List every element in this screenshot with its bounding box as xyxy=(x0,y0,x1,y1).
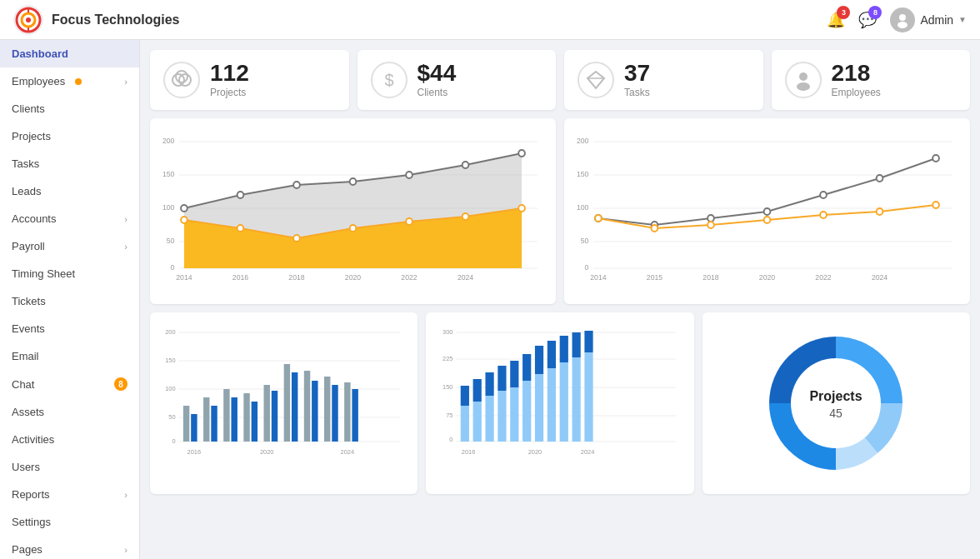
svg-text:2015: 2015 xyxy=(647,273,662,282)
topbar-title: Focus Technologies xyxy=(52,12,180,27)
svg-text:2024: 2024 xyxy=(341,448,355,456)
svg-point-71 xyxy=(932,202,939,208)
sidebar-item-payroll[interactable]: Payroll› xyxy=(0,232,139,260)
svg-rect-100 xyxy=(304,371,310,442)
area-chart-2: 200 150 100 50 0 xyxy=(564,118,970,304)
sidebar-item-label: Dashboard xyxy=(12,47,68,60)
svg-text:200: 200 xyxy=(162,137,175,145)
svg-text:2020: 2020 xyxy=(528,448,542,456)
bar-chart-2: 300 225 150 75 0 xyxy=(426,312,693,494)
donut-chart: Projects 45 xyxy=(702,312,970,494)
svg-rect-127 xyxy=(511,387,519,442)
stat-cards: 112 Projects $ $44 Clients 37 Tasks 218 … xyxy=(150,50,970,110)
admin-button[interactable]: Admin ▼ xyxy=(890,7,967,32)
svg-point-6 xyxy=(899,14,906,21)
sidebar-item-label: Users xyxy=(12,461,40,473)
sidebar-item-tasks[interactable]: Tasks xyxy=(0,150,139,177)
sidebar-item-assets[interactable]: Assets xyxy=(0,398,139,426)
sidebar-item-reports[interactable]: Reports› xyxy=(0,481,139,508)
chevron-right-icon: › xyxy=(124,545,128,555)
sidebar-item-label: Activities xyxy=(12,433,54,446)
svg-rect-93 xyxy=(231,397,237,442)
sidebar-item-activities[interactable]: Activities xyxy=(0,426,139,453)
svg-rect-119 xyxy=(461,406,469,442)
stat-label-projects: Projects xyxy=(210,87,249,98)
svg-point-69 xyxy=(820,212,827,218)
svg-rect-94 xyxy=(243,393,249,442)
svg-rect-90 xyxy=(203,397,209,442)
svg-text:150: 150 xyxy=(577,170,589,178)
stat-card-employees: 218 Employees xyxy=(772,50,971,110)
notifications-button[interactable]: 🔔 3 xyxy=(827,11,845,29)
chevron-right-icon: › xyxy=(124,214,128,224)
sidebar-item-tickets[interactable]: Tickets xyxy=(0,287,139,315)
sidebar-item-events[interactable]: Events xyxy=(0,315,139,342)
sidebar-item-label: Chat xyxy=(12,378,34,391)
employees-dot xyxy=(75,78,82,85)
svg-point-60 xyxy=(708,215,714,222)
sidebar-item-chat[interactable]: Chat8 xyxy=(0,370,139,398)
svg-rect-98 xyxy=(284,364,290,442)
svg-rect-131 xyxy=(535,374,543,442)
svg-rect-128 xyxy=(511,361,519,387)
svg-rect-139 xyxy=(585,352,593,442)
svg-text:2020: 2020 xyxy=(345,273,361,282)
sidebar-item-settings[interactable]: Settings xyxy=(0,508,139,536)
svg-point-65 xyxy=(595,215,602,222)
sidebar-item-pages[interactable]: Pages› xyxy=(0,536,139,559)
svg-rect-105 xyxy=(352,389,358,442)
sidebar-item-dashboard[interactable]: Dashboard xyxy=(0,40,139,67)
svg-rect-95 xyxy=(252,402,258,442)
svg-rect-129 xyxy=(522,381,531,442)
sidebar-item-label: Leads xyxy=(12,185,41,197)
svg-text:100: 100 xyxy=(165,385,175,392)
topbar-right: 🔔 3 💬 8 Admin ▼ xyxy=(827,7,967,32)
svg-point-36 xyxy=(238,225,244,232)
sidebar-item-label: Employees xyxy=(12,75,65,87)
sidebar-item-employees[interactable]: Employees› xyxy=(0,67,139,95)
svg-text:150: 150 xyxy=(442,383,452,391)
svg-text:0: 0 xyxy=(585,263,589,272)
stat-label-tasks: Tasks xyxy=(624,87,650,98)
svg-text:2016: 2016 xyxy=(188,448,202,456)
svg-point-28 xyxy=(181,205,188,212)
sidebar-item-leads[interactable]: Leads xyxy=(0,177,139,205)
sidebar-item-projects[interactable]: Projects xyxy=(0,122,139,150)
person-icon xyxy=(785,62,822,98)
sidebar-item-timing-sheet[interactable]: Timing Sheet xyxy=(0,260,139,287)
svg-point-34 xyxy=(518,150,525,157)
svg-point-38 xyxy=(350,225,357,232)
svg-point-67 xyxy=(708,222,714,228)
svg-text:2018: 2018 xyxy=(702,273,718,282)
svg-rect-140 xyxy=(585,331,593,352)
svg-rect-99 xyxy=(292,372,298,442)
sidebar-item-label: Settings xyxy=(12,516,51,528)
sidebar-item-label: Reports xyxy=(12,488,50,501)
svg-text:2024: 2024 xyxy=(581,448,595,456)
svg-text:2022: 2022 xyxy=(815,273,831,282)
dollar-icon: $ xyxy=(371,62,408,98)
svg-text:0: 0 xyxy=(450,436,453,443)
svg-rect-132 xyxy=(535,346,543,374)
sidebar-item-label: Pages xyxy=(12,543,42,556)
chevron-right-icon: › xyxy=(124,490,128,500)
sidebar-item-email[interactable]: Email xyxy=(0,342,139,370)
svg-rect-125 xyxy=(498,391,507,442)
stat-number-tasks: 37 xyxy=(624,62,650,85)
coins-icon xyxy=(163,62,200,98)
sidebar-item-label: Timing Sheet xyxy=(12,267,75,280)
logo-icon xyxy=(13,5,43,35)
svg-text:2018: 2018 xyxy=(288,273,304,282)
chevron-right-icon: › xyxy=(124,77,128,87)
svg-text:150: 150 xyxy=(165,357,175,364)
content-area: 112 Projects $ $44 Clients 37 Tasks 218 … xyxy=(140,40,980,559)
sidebar-item-users[interactable]: Users xyxy=(0,453,139,481)
svg-rect-91 xyxy=(211,406,217,442)
svg-rect-122 xyxy=(473,379,482,402)
svg-rect-130 xyxy=(522,354,531,381)
sidebar-item-clients[interactable]: Clients xyxy=(0,95,139,122)
messages-button[interactable]: 💬 8 xyxy=(858,11,877,29)
sidebar-item-accounts[interactable]: Accounts› xyxy=(0,205,139,232)
svg-text:2016: 2016 xyxy=(232,273,248,282)
svg-text:$: $ xyxy=(384,71,393,89)
